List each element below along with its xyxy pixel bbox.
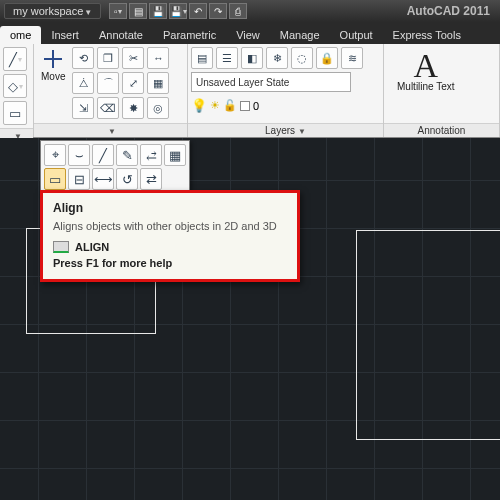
fly-drawingorder-icon[interactable]: ▦ <box>164 144 186 166</box>
fly-edit2-icon[interactable]: ↺ <box>116 168 138 190</box>
draw-line-icon[interactable]: ╱▾ <box>3 47 27 71</box>
current-layer-name: 0 <box>253 100 259 112</box>
qat-saveas-icon[interactable]: 💾▾ <box>169 3 187 19</box>
layer-iso-icon[interactable]: ◧ <box>241 47 263 69</box>
extend-icon[interactable]: ↔ <box>147 47 169 69</box>
qat-open-icon[interactable]: ▤ <box>129 3 147 19</box>
panel-annotation-label[interactable]: Annotation <box>384 123 499 137</box>
bulb-icon: 💡 <box>191 98 207 113</box>
rotate-icon[interactable]: ⟲ <box>72 47 94 69</box>
ribbon-tabs: ome Insert Annotate Parametric View Mana… <box>0 22 500 44</box>
align-tooltip: Align Aligns objects with other objects … <box>40 190 300 282</box>
qat-save-icon[interactable]: 💾 <box>149 3 167 19</box>
copy-icon[interactable]: ❐ <box>97 47 119 69</box>
erase-icon[interactable]: ⌫ <box>97 97 119 119</box>
array-icon[interactable]: ▦ <box>147 72 169 94</box>
workspace-selector[interactable]: my workspace▼ <box>4 3 101 19</box>
sun-icon: ☀ <box>210 99 220 112</box>
draw-rect-icon[interactable]: ▭ <box>3 101 27 125</box>
fly-edit-icon[interactable]: ✎ <box>116 144 138 166</box>
tab-express-tools[interactable]: Express Tools <box>383 26 471 44</box>
layer-state-combo[interactable]: Unsaved Layer State <box>191 72 351 92</box>
tab-manage[interactable]: Manage <box>270 26 330 44</box>
stretch-icon[interactable]: ⇲ <box>72 97 94 119</box>
fillet-icon[interactable]: ⌒ <box>97 72 119 94</box>
app-brand: AutoCAD 2011 <box>407 4 496 18</box>
tab-view[interactable]: View <box>226 26 270 44</box>
layer-lock-icon[interactable]: 🔒 <box>316 47 338 69</box>
fly-lengthen-icon[interactable]: ⟷ <box>92 168 114 190</box>
panel-layers-label[interactable]: Layers▼ <box>188 123 383 137</box>
quick-access-toolbar: ▫▾ ▤ 💾 💾▾ ↶ ↷ ⎙ <box>109 3 247 19</box>
move-button[interactable]: Move <box>37 47 69 84</box>
align-cmd-icon <box>53 241 69 253</box>
fly-join-icon[interactable]: ╱ <box>92 144 114 166</box>
panel-modify-label: ▼ <box>34 123 187 137</box>
fly-align-icon[interactable]: ▭ <box>44 168 66 190</box>
qat-redo-icon[interactable]: ↷ <box>209 3 227 19</box>
scale-icon[interactable]: ⤢ <box>122 72 144 94</box>
trim-icon[interactable]: ✂ <box>122 47 144 69</box>
title-bar: my workspace▼ ▫▾ ▤ 💾 💾▾ ↶ ↷ ⎙ AutoCAD 20… <box>0 0 500 22</box>
multiline-text-button[interactable]: A Multiline Text <box>387 47 465 96</box>
fly-breakpoint-icon[interactable]: ⊟ <box>68 168 90 190</box>
lock-open-icon: 🔓 <box>223 99 237 112</box>
layer-prop-icon[interactable]: ▤ <box>191 47 213 69</box>
move-icon <box>43 49 63 69</box>
layer-off-icon[interactable]: ◌ <box>291 47 313 69</box>
fly-reverse-icon[interactable]: ⥄ <box>140 144 162 166</box>
layer-match-icon[interactable]: ≋ <box>341 47 363 69</box>
layer-freeze-icon[interactable]: ❄ <box>266 47 288 69</box>
tooltip-title: Align <box>53 201 287 215</box>
tooltip-command: ALIGN <box>53 241 287 253</box>
explode-icon[interactable]: ✸ <box>122 97 144 119</box>
qat-print-icon[interactable]: ⎙ <box>229 3 247 19</box>
modify-flyout: ⌖ ⌣ ╱ ✎ ⥄ ▦ ▭ ⊟ ⟷ ↺ ⇄ <box>40 140 190 194</box>
text-A-icon: A <box>414 51 439 81</box>
color-swatch-icon <box>240 101 250 111</box>
ribbon: ╱▾ ◇▾ ▭ ▼ Move ⟲ ❐ ✂ ↔ ⧊ ⌒ ⤢ <box>0 44 500 138</box>
tab-annotate[interactable]: Annotate <box>89 26 153 44</box>
tooltip-description: Aligns objects with other objects in 2D … <box>53 219 287 233</box>
fly-setbypoint-icon[interactable]: ⌖ <box>44 144 66 166</box>
fly-more-icon[interactable]: ⇄ <box>140 168 162 190</box>
tab-home[interactable]: ome <box>0 26 41 44</box>
layer-states-icon[interactable]: ☰ <box>216 47 238 69</box>
tab-insert[interactable]: Insert <box>41 26 89 44</box>
qat-new-icon[interactable]: ▫▾ <box>109 3 127 19</box>
offset-icon[interactable]: ◎ <box>147 97 169 119</box>
tab-parametric[interactable]: Parametric <box>153 26 226 44</box>
tab-output[interactable]: Output <box>330 26 383 44</box>
draw-poly-icon[interactable]: ◇▾ <box>3 74 27 98</box>
qat-undo-icon[interactable]: ↶ <box>189 3 207 19</box>
rectangle-shape-2[interactable] <box>356 230 500 440</box>
mirror-icon[interactable]: ⧊ <box>72 72 94 94</box>
fly-break-icon[interactable]: ⌣ <box>68 144 90 166</box>
tooltip-help: Press F1 for more help <box>53 257 287 269</box>
